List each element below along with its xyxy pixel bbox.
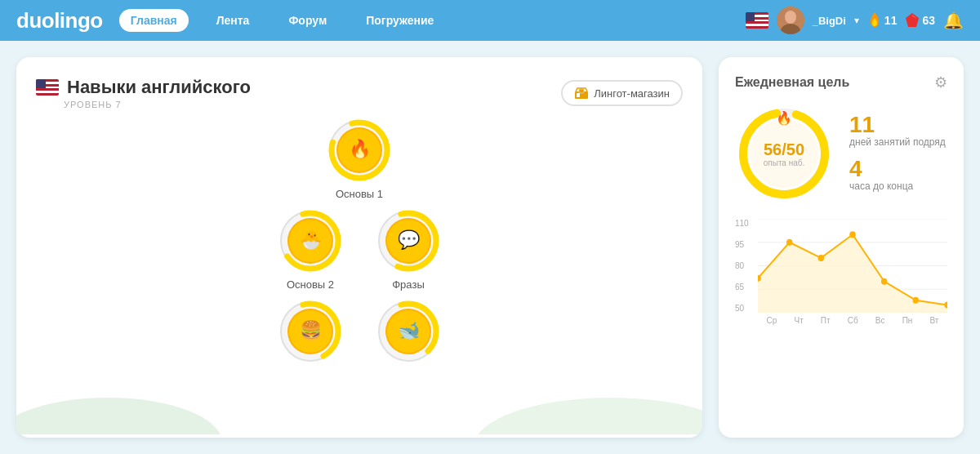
flame-icon [867, 12, 882, 29]
level-label: УРОВЕНЬ 7 [64, 100, 251, 109]
svg-point-34 [474, 398, 702, 434]
svg-point-48 [849, 231, 855, 238]
chart-canvas [758, 219, 947, 313]
skill-food[interactable]: 🍔 [278, 299, 343, 369]
skill-row-3: 🍔 🐋 [278, 299, 441, 369]
nav-right: _BigDi ▾ 11 63 🔔 [746, 7, 964, 34]
avatar[interactable] [777, 7, 804, 34]
decorative-hills [16, 385, 702, 438]
skill-row-2: 🐣 Основы 2 💬 Фразы [278, 208, 441, 291]
skill-animals[interactable]: 🐋 [376, 299, 441, 369]
skill-row-1: 🔥 Основы 1 [327, 118, 392, 200]
english-flag-icon [36, 79, 59, 96]
svg-text:🔥: 🔥 [776, 110, 792, 126]
svg-text:🐣: 🐣 [300, 229, 323, 251]
hours-stat: 4 часа до конца [849, 158, 946, 194]
shop-button-label: Лингот-магазин [594, 87, 670, 100]
header: duolingo Главная Лента Форум Погружение … [0, 0, 980, 41]
svg-text:🔥: 🔥 [349, 138, 372, 160]
username[interactable]: _BigDi [813, 15, 846, 27]
logo: duolingo [16, 8, 103, 33]
panel-header: Навыки английского УРОВЕНЬ 7 Лингот-мага… [36, 77, 683, 109]
progress-ring: 🔥 56/50 опыта наб. [735, 105, 833, 203]
panel-title: Навыки английского [36, 77, 251, 98]
skill-label-phrases: Фразы [392, 278, 425, 291]
skill-icon-phrases: 💬 [376, 208, 441, 274]
flag-icon [746, 12, 768, 29]
svg-text:🐋: 🐋 [398, 319, 421, 341]
streak-badge: 11 [867, 12, 898, 29]
chart-y-labels: 110 95 80 65 50 [735, 219, 749, 313]
panel-title-text: Навыки английского [67, 77, 251, 98]
skill-icon-basics1: 🔥 [327, 118, 392, 183]
streak-desc: дней занятий подряд [849, 136, 946, 149]
svg-point-49 [881, 278, 887, 285]
svg-point-33 [16, 398, 222, 434]
dropdown-arrow[interactable]: ▾ [854, 15, 859, 26]
nav-home[interactable]: Главная [119, 9, 189, 32]
svg-rect-7 [579, 89, 584, 93]
stats-right: 11 дней занятий подряд 4 часа до конца [849, 114, 946, 193]
ring-score: 56/50 [764, 140, 805, 158]
svg-point-46 [786, 239, 792, 246]
skill-icon-animals: 🐋 [376, 299, 441, 364]
skill-basics1[interactable]: 🔥 Основы 1 [327, 118, 392, 200]
gem-icon [905, 12, 920, 29]
skill-label-basics1: Основы 1 [336, 188, 383, 200]
streak-number: 11 [849, 114, 946, 136]
skill-icon-basics2: 🐣 [278, 208, 343, 274]
hours-number: 4 [849, 158, 946, 180]
streak-count: 11 [884, 14, 898, 27]
streak-stat: 11 дней занятий подряд [849, 114, 946, 149]
gems-badge: 63 [905, 12, 935, 29]
settings-gear-icon[interactable]: ⚙ [934, 73, 947, 91]
skill-icon-food: 🍔 [278, 299, 343, 364]
skill-phrases[interactable]: 💬 Фразы [376, 208, 441, 291]
gems-count: 63 [922, 14, 935, 27]
daily-goal-panel: Ежедневная цель ⚙ 🔥 56/50 опыта на [719, 57, 964, 438]
nav-immersion[interactable]: Погружение [354, 9, 445, 32]
shop-icon [574, 87, 589, 100]
svg-point-50 [913, 297, 919, 304]
skills-grid: 🔥 Основы 1 🐣 Основы 2 [36, 118, 683, 369]
skill-label-basics2: Основы 2 [287, 278, 334, 291]
nav-feed[interactable]: Лента [205, 9, 261, 32]
hours-desc: часа до конца [849, 180, 946, 194]
activity-chart: 110 95 80 65 50 [735, 219, 947, 333]
daily-goal-header: Ежедневная цель ⚙ [735, 73, 947, 91]
chart-x-labels: Ср Чт Пт Сб Вс Пн Вт [758, 316, 947, 325]
skill-basics2[interactable]: 🐣 Основы 2 [278, 208, 343, 291]
svg-point-1 [785, 11, 796, 24]
ring-label: опыта наб. [764, 158, 805, 167]
shop-button[interactable]: Лингот-магазин [561, 80, 683, 106]
daily-goal-title: Ежедневная цель [735, 75, 849, 90]
main-content: Навыки английского УРОВЕНЬ 7 Лингот-мага… [0, 41, 980, 454]
svg-rect-6 [577, 93, 580, 97]
svg-text:💬: 💬 [398, 229, 421, 251]
svg-text:🍔: 🍔 [300, 319, 323, 341]
ring-center: 56/50 опыта наб. [764, 140, 805, 167]
nav-forum[interactable]: Форум [277, 9, 338, 32]
svg-point-47 [818, 255, 824, 261]
notification-bell[interactable]: 🔔 [943, 11, 964, 30]
skills-panel: Навыки английского УРОВЕНЬ 7 Лингот-мага… [16, 57, 702, 438]
goal-stats: 🔥 56/50 опыта наб. 11 дней занятий подря… [735, 105, 947, 203]
